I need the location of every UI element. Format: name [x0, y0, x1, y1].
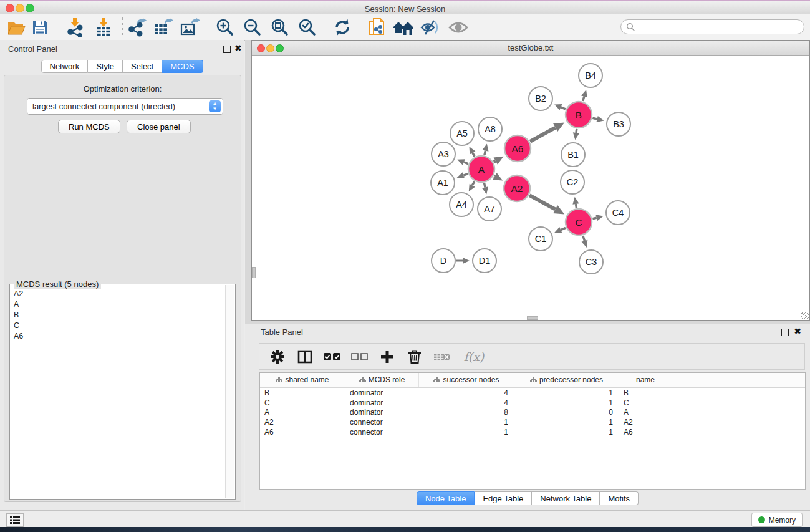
graph-edge-arrowhead [596, 116, 604, 122]
zoom-in-icon[interactable] [214, 16, 236, 39]
graph-edge-C-C4[interactable] [592, 218, 596, 218]
table-row[interactable]: Cdominator41C [260, 398, 805, 408]
refresh-icon[interactable] [331, 16, 354, 39]
graph-node-label: B2 [535, 94, 546, 104]
toolbar-separator [57, 17, 57, 37]
graph-edge-A2-C[interactable] [529, 195, 555, 210]
function-builder-icon[interactable]: f(x) [460, 347, 488, 366]
graph-edge-arrowhead [463, 258, 470, 263]
tab-network[interactable]: Network [41, 60, 88, 73]
graph-edge-A-A2[interactable] [494, 176, 494, 177]
tab-motifs[interactable]: Motifs [600, 491, 639, 505]
graph-edge-A-A6[interactable] [494, 161, 496, 162]
control-panel: Control Panel ✖ NetworkStyleSelectMCDS O… [0, 40, 244, 510]
graph-edge-C-C3[interactable] [583, 236, 585, 241]
task-history-button[interactable] [6, 513, 24, 527]
table-cell: A2 [260, 418, 345, 427]
export-network-icon[interactable] [126, 16, 148, 39]
export-table-icon[interactable] [152, 16, 175, 39]
select-all-icon[interactable] [323, 347, 342, 366]
close-table-panel-icon[interactable]: ✖ [794, 326, 801, 336]
graph-edge-A-A3[interactable] [464, 162, 468, 164]
memory-button[interactable]: Memory [751, 513, 803, 527]
graph-edge-A-A7[interactable] [485, 183, 485, 188]
graph-edge-A-A8[interactable] [485, 151, 486, 155]
graph-edge-B-B3[interactable] [592, 118, 597, 119]
search-text-field[interactable] [635, 22, 804, 32]
graph-edge-A-A1[interactable] [463, 174, 468, 175]
zoom-fit-icon[interactable] [269, 16, 291, 39]
tab-mcds[interactable]: MCDS [162, 60, 203, 73]
graph-node-label: A3 [438, 149, 449, 159]
hide-selected-icon[interactable] [419, 16, 441, 39]
add-icon[interactable] [378, 347, 397, 366]
split-view-icon[interactable] [296, 347, 314, 366]
titlebar[interactable]: Session: New Session [0, 1, 810, 14]
import-network-icon[interactable] [64, 16, 86, 39]
import-table-icon[interactable] [92, 16, 115, 39]
graph-node-label: B4 [585, 70, 596, 80]
column-header-shared-name[interactable]: shared name [260, 373, 345, 387]
mcds-result-item[interactable]: B [11, 309, 223, 320]
delete-icon[interactable] [405, 347, 424, 366]
close-panel-icon[interactable]: ✖ [234, 43, 242, 53]
network-window-titlebar[interactable]: testGlobe.txt [252, 41, 809, 56]
graph-edge-C-C2[interactable] [576, 204, 576, 208]
home-icon[interactable] [392, 16, 415, 39]
mcds-result-item[interactable]: A [11, 299, 223, 309]
horizontal-scroll-indicator[interactable] [527, 316, 538, 320]
graph-edge-B-B2[interactable] [561, 107, 566, 109]
table-row[interactable]: A6connector11A6 [260, 427, 805, 437]
graph-edge-B-B1[interactable] [576, 129, 577, 133]
mcds-result-list[interactable]: A2ABCA6 [11, 288, 223, 495]
close-panel-button[interactable]: Close panel [127, 120, 191, 133]
float-table-panel-icon[interactable] [781, 329, 789, 336]
table-cell: 1 [514, 428, 619, 437]
zoom-out-icon[interactable] [241, 16, 264, 39]
save-icon[interactable] [29, 16, 51, 39]
tab-edge-table[interactable]: Edge Table [475, 491, 532, 505]
node-table[interactable]: shared nameMCDS rolesuccessor nodesprede… [259, 372, 806, 490]
mcds-result-scrollbar[interactable] [225, 285, 234, 498]
table-row[interactable]: Bdominator41B [260, 388, 805, 398]
table-row[interactable]: A2connector11A2 [260, 417, 805, 427]
graph-edge-B-B4[interactable] [583, 97, 584, 101]
run-mcds-button[interactable]: Run MCDS [58, 120, 120, 133]
tab-node-table[interactable]: Node Table [417, 491, 475, 505]
mcds-result-item[interactable]: A6 [11, 331, 223, 341]
network-graph-canvas[interactable]: B4B2BB3A5A8A6B1A3AA1C2A2A4A7C4CC1C3DD1 [252, 56, 809, 320]
open-folder-icon[interactable] [5, 16, 27, 39]
tab-select[interactable]: Select [123, 60, 162, 73]
graph-edge-A6-B[interactable] [530, 128, 556, 142]
settings-icon[interactable] [268, 347, 287, 366]
graph-edge-C-C1[interactable] [561, 228, 566, 230]
show-all-icon[interactable] [447, 16, 470, 39]
table-header-row: shared nameMCDS rolesuccessor nodesprede… [260, 373, 805, 388]
table-row[interactable]: Adominator80A [260, 408, 805, 418]
float-panel-icon[interactable] [223, 46, 231, 53]
zoom-selected-icon[interactable] [296, 16, 319, 39]
column-header-predecessor-nodes[interactable]: predecessor nodes [514, 373, 619, 387]
mcds-result-item[interactable]: C [11, 320, 223, 331]
column-header-successor-nodes[interactable]: successor nodes [419, 373, 514, 387]
graph-edge-A-A4[interactable] [472, 181, 474, 185]
search-input[interactable] [620, 19, 804, 34]
delete-table-icon[interactable] [433, 347, 451, 366]
graph-edge-A-A5[interactable] [473, 153, 475, 157]
export-image-icon[interactable] [179, 16, 201, 39]
table-cell: A6 [260, 428, 345, 437]
criterion-dropdown[interactable]: largest connected component (directed) ▲… [27, 98, 223, 115]
table-cell: A [260, 408, 345, 417]
duplicate-network-icon[interactable] [366, 16, 388, 39]
window-resize-grip[interactable] [801, 312, 809, 319]
network-view-window[interactable]: testGlobe.txt B4B2BB3A5A8A6B1A3AA1C2A2A4… [251, 40, 810, 321]
tab-network-table[interactable]: Network Table [532, 491, 600, 505]
tab-style[interactable]: Style [88, 60, 123, 73]
mcds-result-item[interactable]: A2 [11, 288, 223, 299]
vertical-scroll-indicator[interactable] [252, 267, 256, 278]
deselect-all-icon[interactable] [350, 347, 369, 366]
column-header-MCDS-role[interactable]: MCDS role [345, 373, 419, 387]
column-header-name[interactable]: name [619, 373, 672, 387]
table-panel-title: Table Panel [261, 327, 303, 337]
graph-node-label: A7 [484, 204, 495, 214]
